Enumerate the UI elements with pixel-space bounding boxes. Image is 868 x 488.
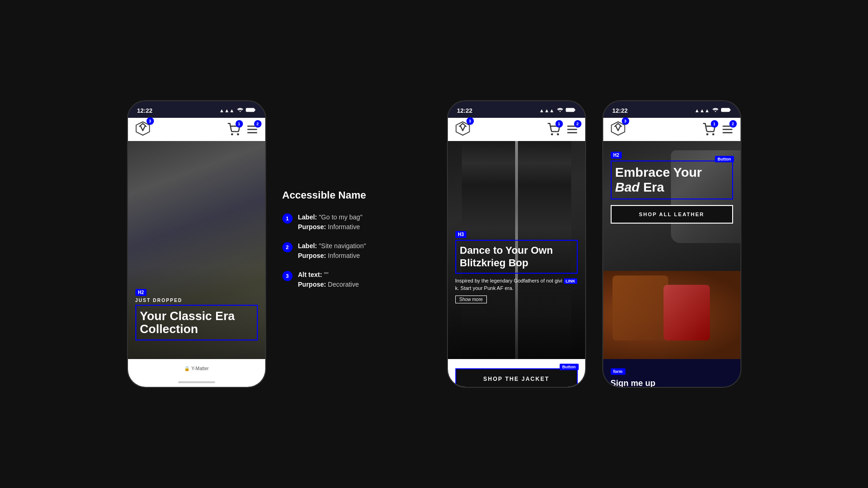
logo-container-1[interactable]: 3 — [134, 120, 151, 139]
shop-all-leather-button[interactable]: SHOP ALL LEATHER — [611, 205, 733, 224]
cart-container-1[interactable]: 1 — [227, 123, 240, 136]
form-section: form Sign me up Be the first to know abo… — [603, 359, 740, 388]
embrace-title-text-1: Embrace Your — [615, 165, 702, 180]
info-label-key-2: Label: — [298, 242, 317, 250]
embrace-title-em: Bad — [615, 180, 640, 194]
info-purpose-key-1: Purpose: — [298, 223, 326, 231]
hero-section-1: H2 JUST DROPPED Your Classic Era Collect… — [128, 141, 265, 359]
jacket-content: H3 Dance to Your Own Blitzkrieg Bop Insp… — [448, 141, 585, 388]
wifi-icon-2 — [557, 107, 563, 114]
info-label-val-1: "Go to my bag" — [319, 213, 363, 221]
status-bar-2: 12:22 ▲▲▲ — [448, 101, 585, 118]
embrace-title-text-2: Era — [639, 180, 664, 194]
signal-icon-3: ▲▲▲ — [695, 108, 710, 113]
wifi-icon-3 — [712, 107, 719, 114]
embrace-title-wrapper: Button Embrace Your Bad Era — [611, 161, 733, 199]
logo-container-2[interactable]: 3 — [454, 120, 471, 139]
svg-rect-9 — [574, 109, 575, 111]
button-badge-3: Button — [715, 156, 734, 162]
home-indicator-1 — [128, 378, 265, 387]
hero-subtitle-1: JUST DROPPED — [135, 298, 258, 303]
menu-container-1[interactable]: 2 — [246, 123, 259, 136]
phone-3: 12:22 ▲▲▲ — [602, 100, 741, 388]
nav-bar-3: 3 1 2 — [603, 118, 740, 141]
nav-right-1: 1 2 — [227, 123, 259, 136]
svg-point-20 — [713, 134, 714, 135]
page-layout: 12:22 ▲▲▲ — [0, 91, 868, 397]
battery-icon-3 — [721, 107, 731, 114]
nav-bar-2: 3 1 2 — [448, 118, 585, 141]
status-bar-3: 12:22 ▲▲▲ — [603, 101, 740, 118]
show-more-link[interactable]: Show more — [455, 295, 487, 303]
status-icons-2: ▲▲▲ — [539, 107, 576, 114]
info-label-key-1: Label: — [298, 213, 317, 221]
shop-btn-container: Button SHOP THE JACKET — [455, 368, 578, 388]
jacket-desc: Inspired by the legendary Godfathers of … — [455, 277, 578, 292]
footer-lock-icon: 🔒 — [184, 366, 190, 371]
info-num-3: 3 — [282, 271, 293, 281]
footer-brand-1: Y-Matter — [191, 366, 209, 371]
signal-icon: ▲▲▲ — [219, 108, 235, 113]
info-purpose-val-2: Informative — [328, 252, 360, 259]
menu-container-3[interactable]: 2 — [721, 123, 734, 136]
info-purpose-val-3: Decorative — [328, 281, 359, 288]
nav-right-3: 1 2 — [702, 123, 734, 136]
status-time-1: 12:22 — [137, 107, 153, 114]
svg-point-12 — [557, 134, 558, 135]
svg-point-3 — [231, 134, 232, 135]
svg-point-4 — [237, 134, 238, 135]
cart-container-2[interactable]: 1 — [547, 123, 560, 136]
link-badge: LINK — [564, 278, 577, 284]
shop-jacket-button[interactable]: SHOP THE JACKET — [455, 368, 578, 388]
cart-badge-3: 1 — [711, 120, 718, 128]
h3-badge: H3 — [455, 231, 467, 238]
info-purpose-key-2: Purpose: — [298, 252, 326, 259]
nav-bar-1: 3 1 2 — [128, 118, 265, 141]
leather-section — [603, 271, 740, 359]
info-alt-key: Alt text: — [298, 271, 322, 278]
logo-badge-1: 3 — [147, 117, 154, 125]
cart-container-3[interactable]: 1 — [702, 123, 715, 136]
info-alt-val: "" — [324, 271, 329, 278]
status-bar-1: 12:22 ▲▲▲ — [128, 101, 265, 118]
embrace-section: H2 Button Embrace Your Bad Era SHOP ALL … — [603, 141, 740, 271]
cart-badge-2: 1 — [555, 120, 563, 128]
info-item-1: 1 Label: "Go to my bag" Purpose: Informa… — [282, 212, 431, 232]
info-item-3: 3 Alt text: "" Purpose: Decorative — [282, 270, 431, 289]
form-title: Sign me up — [611, 379, 733, 388]
info-purpose-key-3: Purpose: — [298, 281, 326, 288]
signal-icon-2: ▲▲▲ — [539, 108, 555, 113]
home-bar-1 — [178, 381, 215, 383]
battery-icon-2 — [566, 107, 576, 114]
info-heading: Accessible Name — [282, 189, 431, 201]
embrace-title: Embrace Your Bad Era — [611, 161, 733, 199]
menu-badge-2: 2 — [574, 120, 581, 128]
h2-badge-1: H2 — [135, 289, 147, 296]
phone-2: 12:22 ▲▲▲ — [447, 100, 586, 388]
jacket-desc-end: k. Start your Punk AF era. — [455, 285, 514, 291]
phone-footer-1: 🔒 Y-Matter — [128, 359, 265, 378]
h2-badge-3: H2 — [611, 152, 622, 159]
hero-title-1: Your Classic Era Collection — [135, 305, 258, 340]
nav-right-2: 1 2 — [547, 123, 579, 136]
logo-badge-2: 3 — [466, 117, 474, 125]
embrace-text: H2 Button Embrace Your Bad Era SHOP ALL … — [611, 150, 733, 224]
status-time-2: 12:22 — [457, 107, 472, 114]
form-badge: form — [611, 368, 625, 375]
svg-rect-8 — [566, 108, 574, 111]
svg-rect-1 — [254, 109, 255, 111]
svg-rect-16 — [721, 108, 729, 111]
menu-container-2[interactable]: 2 — [566, 123, 579, 136]
status-time-3: 12:22 — [613, 107, 628, 114]
info-panel: Accessible Name 1 Label: "Go to my bag" … — [282, 189, 431, 299]
info-label-val-2: "Site navigation" — [319, 242, 366, 250]
info-text-1: Label: "Go to my bag" Purpose: Informati… — [298, 212, 363, 232]
info-item-2: 2 Label: "Site navigation" Purpose: Info… — [282, 241, 431, 261]
cart-badge-1: 1 — [236, 120, 243, 128]
phone-1: 12:22 ▲▲▲ — [127, 100, 266, 388]
menu-badge-1: 2 — [254, 120, 262, 128]
logo-container-3[interactable]: 3 — [610, 120, 626, 139]
jacket-title: Dance to Your Own Blitzkrieg Bop — [455, 240, 578, 274]
menu-badge-3: 2 — [729, 120, 737, 128]
svg-point-19 — [707, 134, 708, 135]
